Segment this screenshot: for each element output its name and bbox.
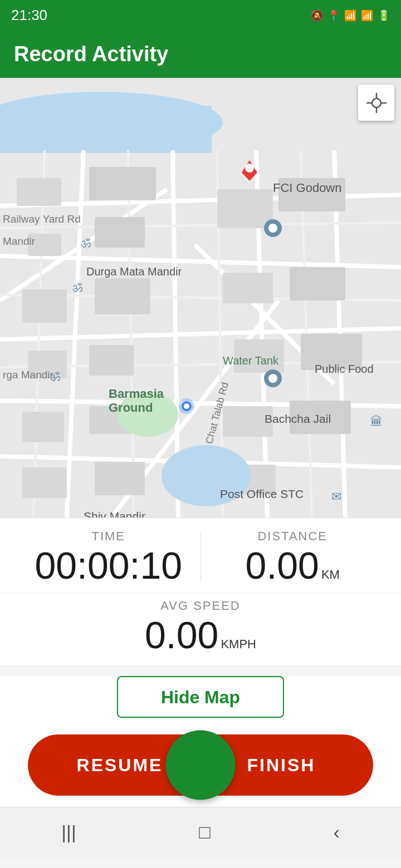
svg-text:ॐ: ॐ — [50, 370, 61, 384]
svg-rect-29 — [95, 278, 150, 314]
svg-text:🏛: 🏛 — [370, 415, 383, 428]
svg-rect-23 — [89, 167, 156, 200]
nav-home-icon[interactable]: □ — [199, 821, 211, 843]
action-bar: RESUME FINISH — [0, 726, 401, 807]
distance-label: DISTANCE — [201, 529, 385, 544]
map-svg: FCI Godown Railway Yard Rd Mandir Durga … — [0, 78, 401, 517]
svg-rect-41 — [95, 462, 145, 495]
svg-text:Mandir: Mandir — [3, 235, 36, 247]
svg-text:Durga Mata Mandir: Durga Mata Mandir — [86, 265, 182, 278]
svg-text:Post Office STC: Post Office STC — [220, 487, 304, 500]
svg-text:FCI Godown: FCI Godown — [273, 181, 342, 195]
svg-rect-33 — [89, 345, 134, 376]
stats-panel: TIME 00:00:10 DISTANCE 0.00KM — [0, 517, 401, 593]
location-button[interactable] — [358, 85, 394, 121]
stats-row: TIME 00:00:10 DISTANCE 0.00KM — [17, 529, 384, 584]
svg-text:Shiv Mandir: Shiv Mandir — [84, 510, 145, 517]
avg-speed-value: 0.00KMPH — [0, 616, 401, 654]
svg-rect-2 — [0, 106, 212, 153]
silent-icon: 🔕 — [311, 9, 323, 22]
time-stat: TIME 00:00:10 — [17, 529, 200, 584]
svg-rect-22 — [17, 178, 61, 206]
action-pill: RESUME FINISH — [28, 734, 373, 796]
page-title: Record Activity — [14, 42, 168, 66]
center-circle-button[interactable] — [166, 731, 236, 800]
nav-back-icon[interactable]: ‹ — [333, 821, 339, 843]
map-area[interactable]: FCI Godown Railway Yard Rd Mandir Durga … — [0, 78, 401, 517]
bottom-nav: ||| □ ‹ — [0, 807, 401, 857]
svg-text:Railway Yard Rd: Railway Yard Rd — [3, 213, 81, 225]
svg-text:Barmasia: Barmasia — [109, 387, 164, 401]
app-header: Record Activity — [0, 31, 401, 78]
svg-rect-40 — [22, 467, 67, 498]
distance-value: 0.00KM — [201, 546, 385, 584]
nav-menu-icon[interactable]: ||| — [61, 821, 76, 843]
svg-rect-31 — [290, 267, 345, 300]
svg-rect-25 — [95, 217, 145, 248]
svg-point-68 — [268, 224, 277, 233]
avg-speed-section: AVG SPEED 0.00KMPH — [0, 593, 401, 665]
status-icons: 🔕 📍 📶 📶 🔋 — [311, 9, 390, 22]
location-icon: 📍 — [327, 9, 340, 22]
svg-point-70 — [268, 374, 277, 383]
status-time: 21:30 — [11, 7, 47, 24]
svg-text:Bachcha Jail: Bachcha Jail — [265, 412, 331, 425]
battery-icon: 🔋 — [378, 9, 390, 22]
wifi-icon: 📶 — [344, 9, 356, 22]
time-value: 00:00:10 — [17, 546, 200, 584]
signal-icon: 📶 — [361, 9, 373, 22]
svg-text:Ground: Ground — [109, 401, 153, 415]
distance-stat: DISTANCE 0.00KM — [201, 529, 385, 584]
time-label: TIME — [17, 529, 200, 544]
svg-point-49 — [184, 403, 189, 409]
svg-rect-26 — [217, 189, 273, 228]
svg-text:Public Food: Public Food — [315, 363, 374, 375]
avg-speed-label: AVG SPEED — [0, 599, 401, 613]
svg-rect-28 — [22, 289, 67, 323]
svg-point-82 — [372, 98, 381, 107]
crosshair-icon — [365, 92, 388, 114]
svg-text:rga Mandir: rga Mandir — [3, 369, 53, 381]
svg-point-46 — [245, 164, 254, 172]
svg-text:ॐ: ॐ — [72, 281, 83, 295]
svg-rect-36 — [22, 412, 64, 442]
svg-text:✉: ✉ — [331, 490, 341, 504]
hide-map-button[interactable]: Hide Map — [117, 676, 284, 718]
svg-text:ॐ: ॐ — [81, 236, 91, 250]
svg-text:Water Tank: Water Tank — [223, 354, 279, 367]
status-bar: 21:30 🔕 📍 📶 📶 🔋 — [0, 0, 401, 31]
svg-rect-30 — [223, 273, 273, 303]
